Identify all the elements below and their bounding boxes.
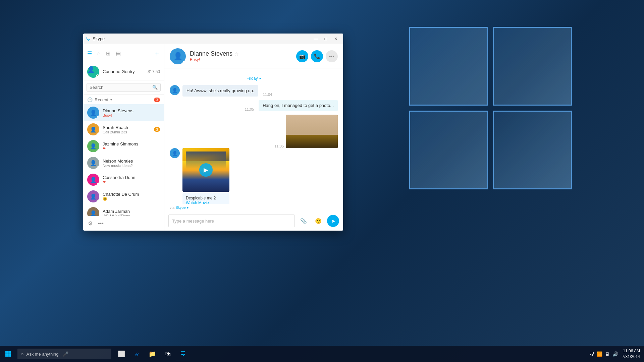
contact-item[interactable]: 👤 Cassandra Dunn ❤ [83, 171, 164, 188]
send-button[interactable]: ➤ [327, 215, 339, 227]
chat-status-dot [182, 61, 186, 64]
my-avatar: 👤 [87, 66, 99, 78]
skype-window: 🗨 Skype — □ ✕ ☰ ⌂ ⊞ ▤ ＋ [83, 34, 343, 231]
skype-logo-icon: 🗨 [86, 36, 91, 42]
via-chevron: ▾ [187, 206, 189, 209]
edge-icon[interactable]: ℯ [129, 347, 144, 361]
message-time: 11:05 [274, 144, 284, 148]
message-bubble: Ha! Awww, she's really growing up. [182, 85, 258, 97]
file-explorer-icon[interactable]: 📁 [145, 347, 160, 361]
emoji-button[interactable]: 🙂 [312, 215, 324, 227]
voice-call-button[interactable]: 📞 [311, 50, 323, 62]
sidebar-header: ☰ ⌂ ⊞ ▤ ＋ [83, 44, 164, 63]
start-button[interactable] [0, 346, 16, 362]
store-icon[interactable]: 🛍 [160, 347, 175, 361]
date-divider: Friday ▾ [170, 75, 338, 81]
chat-input-area: 📎 🙂 ➤ [164, 211, 343, 231]
contact-item[interactable]: 👤 Charlotte De Crum 😊 [83, 188, 164, 205]
hamburger-icon[interactable]: ☰ [87, 50, 92, 57]
sidebar-bottom: ⚙ ••• [83, 216, 164, 231]
contact-avatar: 👤 [87, 207, 99, 216]
action-center-icon[interactable]: 🗨 [589, 351, 594, 357]
message-avatar: 👤 [170, 148, 180, 158]
chat-contact-status: Busy! [190, 57, 292, 62]
search-box[interactable]: 🔍 [87, 83, 161, 92]
contact-info: Sarah Roach Call 26min 23s [103, 125, 151, 134]
svg-rect-0 [5, 351, 8, 354]
skype-taskbar-icon[interactable]: 🗨 [176, 347, 191, 361]
chat-area: 👤 Dianne Stevens ☆ Busy! 📷 📞 ••• [164, 44, 343, 231]
contact-info: Adam Jarman WFH Wed/Thurs [103, 209, 160, 216]
video-thumbnail[interactable]: ▶ [182, 148, 229, 192]
contact-item[interactable]: 👤 Adam Jarman WFH Wed/Thurs [83, 205, 164, 216]
attach-file-button[interactable]: 📎 [298, 215, 310, 227]
my-status-dot [96, 74, 99, 78]
settings-icon[interactable]: ⚙ [88, 220, 93, 227]
contact-status-dot [97, 133, 99, 135]
taskbar-search[interactable]: ○ Ask me anything 🎤 [17, 349, 111, 359]
contact-item[interactable]: 👤 Nelson Morales New music ideas? [83, 155, 164, 171]
more-options-button[interactable]: ••• [326, 50, 338, 62]
search-icon: 🔍 [152, 85, 158, 90]
watch-movie-link[interactable]: Watch Movie [186, 200, 226, 204]
sidebar-search-container: 🔍 [83, 80, 164, 95]
taskbar: ○ Ask me anything 🎤 ⬜ ℯ 📁 🛍 🗨 🗨 📶 🖥 🔊 11… [0, 346, 644, 362]
date-label[interactable]: Friday [247, 76, 258, 81]
svg-rect-1 [8, 351, 11, 354]
contact-avatar: 👤 [87, 107, 99, 119]
message-image [286, 115, 338, 148]
message-time: 11:04 [263, 93, 272, 97]
contact-status: 😊 [103, 197, 160, 201]
contact-name: Adam Jarman [103, 209, 160, 214]
message-input[interactable] [168, 215, 295, 227]
recent-badge: 3 [154, 98, 160, 102]
contact-status-dot [97, 149, 99, 152]
svg-rect-3 [8, 354, 11, 357]
star-icon[interactable]: ☆ [234, 51, 239, 57]
contact-status: WFH Wed/Thurs [103, 214, 160, 216]
recent-label[interactable]: Recent [95, 97, 108, 102]
contact-status-dot [97, 166, 99, 169]
taskbar-clock[interactable]: 11:06 AM 7/31/2014 [622, 348, 640, 360]
svg-rect-2 [5, 354, 8, 357]
contact-status-dot [97, 116, 99, 119]
contacts-icon[interactable]: ⊞ [106, 50, 110, 57]
message-avatar: 👤 [170, 85, 180, 95]
minimize-button[interactable]: — [311, 36, 320, 42]
skype-link[interactable]: Skype [175, 205, 186, 209]
volume-icon[interactable]: 🔊 [612, 351, 618, 357]
contact-name: Dianne Stevens [103, 108, 160, 113]
contact-info: Charlotte De Crum 😊 [103, 192, 160, 201]
sidebar-profile[interactable]: 👤 Carianne Gentry $17.50 [83, 63, 164, 80]
messages-area: Friday ▾ 👤 Ha! Awww, she's really growin… [164, 68, 343, 204]
task-view-button[interactable]: ⬜ [114, 347, 129, 361]
window-title: Skype [93, 36, 311, 41]
search-input[interactable] [90, 85, 150, 90]
close-button[interactable]: ✕ [331, 36, 340, 42]
windows-logo [409, 27, 577, 194]
contact-item[interactable]: 👤 Jazmine Simmons ❤ [83, 138, 164, 155]
add-contact-button[interactable]: ＋ [154, 50, 160, 58]
image-content [286, 115, 338, 148]
contact-status-dot [97, 200, 99, 202]
contact-item[interactable]: 👤 Dianne Stevens Busy! [83, 104, 164, 121]
wifi-icon[interactable]: 📶 [597, 351, 602, 357]
more-icon[interactable]: ••• [98, 221, 104, 227]
cortana-icon: ○ [21, 351, 23, 357]
maximize-button[interactable]: □ [321, 36, 330, 42]
display-icon[interactable]: 🖥 [605, 351, 610, 357]
chat-header-actions: 📷 📞 ••• [296, 50, 338, 62]
contact-avatar: 👤 [87, 123, 99, 135]
contact-avatar: 👤 [87, 157, 99, 169]
message-time: 11:05 [245, 107, 254, 111]
bot-icon[interactable]: ▤ [116, 50, 121, 57]
contact-item[interactable]: 👤 Sarah Roach Call 26min 23s 3 [83, 121, 164, 138]
link-preview: Despicable me 2 Watch Movie an HTS relea… [182, 193, 229, 204]
video-call-button[interactable]: 📷 [296, 50, 308, 62]
chat-header-info: Dianne Stevens ☆ Busy! [190, 50, 292, 62]
contact-name: Cassandra Dunn [103, 175, 160, 180]
chat-header: 👤 Dianne Stevens ☆ Busy! 📷 📞 ••• [164, 44, 343, 68]
message-image-row: 11:05 [170, 115, 338, 148]
clock-date: 7/31/2014 [622, 354, 640, 360]
home-icon[interactable]: ⌂ [97, 51, 101, 57]
